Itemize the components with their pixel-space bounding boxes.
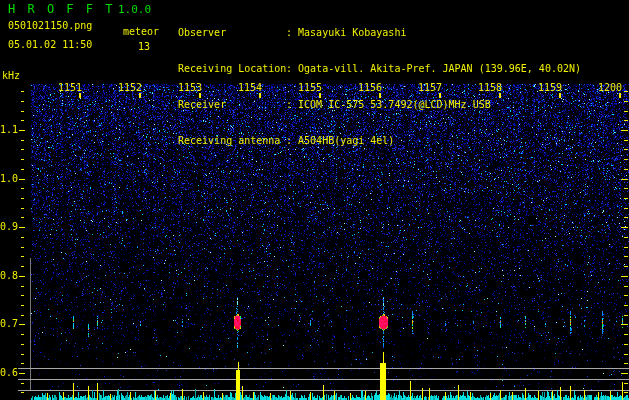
freq-tick-label: 0.8 — [0, 271, 17, 281]
info-row-antenna: Receiving antenna: A504HB(yagi 4el) — [178, 135, 581, 147]
time-tick-label: 1158 — [474, 83, 502, 93]
time-tick-label: 1157 — [414, 83, 442, 93]
freq-tick-label: 0.9 — [0, 222, 17, 232]
time-tick-label: 1154 — [234, 83, 262, 93]
time-tick-label: 1151 — [54, 83, 82, 93]
freq-tick-label: 1.1 — [0, 125, 17, 135]
freq-tick-label: 0.7 — [0, 319, 17, 329]
freq-tick-label: 1.0 — [0, 174, 17, 184]
freq-tick-label: 0.6 — [0, 368, 17, 378]
info-value: A504HB(yagi 4el) — [298, 135, 394, 146]
hrofft-screen: H R O F F T 1.0.0 0501021150.png meteor … — [0, 0, 629, 400]
time-tick-label: 1155 — [294, 83, 322, 93]
info-row-receiver: Receiver: ICOM IC-575 53.7492(@LCD)MHz U… — [178, 99, 581, 111]
info-value: Ogata-vill. Akita-Pref. JAPAN (139.96E, … — [298, 63, 581, 74]
app-version: 1.0.0 — [118, 4, 151, 15]
datetime-label: 05.01.02 11:50 — [8, 40, 92, 50]
info-label: Observer — [178, 27, 286, 39]
time-tick-label: 1152 — [114, 83, 142, 93]
mode-label: meteor — [123, 27, 159, 37]
info-label: Receiving Location — [178, 63, 286, 75]
freq-axis-unit: kHz — [2, 71, 20, 81]
output-filename: 0501021150.png — [8, 21, 92, 31]
info-separator: : — [286, 99, 298, 110]
time-tick-label: 1156 — [354, 83, 382, 93]
time-tick-label: 1200 — [594, 83, 622, 93]
time-tick-label: 1159 — [534, 83, 562, 93]
info-separator: : — [286, 27, 298, 38]
time-tick-label: 1153 — [174, 83, 202, 93]
info-row-observer: Observer: Masayuki Kobayashi — [178, 27, 581, 39]
info-label: Receiving antenna — [178, 135, 286, 147]
info-row-location: Receiving Location: Ogata-vill. Akita-Pr… — [178, 63, 581, 75]
info-separator: : — [286, 63, 298, 74]
info-label: Receiver — [178, 99, 286, 111]
info-value: Masayuki Kobayashi — [298, 27, 406, 38]
info-separator: : — [286, 135, 298, 146]
info-value: ICOM IC-575 53.7492(@LCD)MHz USB — [298, 99, 491, 110]
echo-count: 13 — [138, 42, 150, 52]
app-title: H R O F F T — [8, 3, 115, 15]
